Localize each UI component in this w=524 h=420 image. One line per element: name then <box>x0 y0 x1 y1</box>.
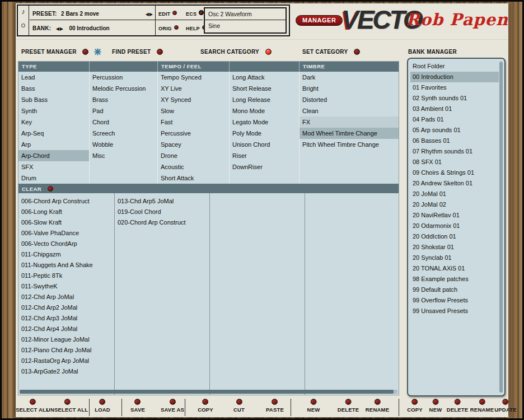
category-item[interactable]: Key <box>18 116 89 128</box>
category-item[interactable]: Chord <box>90 116 157 128</box>
bank-item[interactable]: 20 TONAL AXiS 01 <box>410 263 499 274</box>
category-item[interactable]: Bass <box>18 83 89 94</box>
preset-value[interactable]: 2 Bars 2 move <box>61 11 99 17</box>
ecs-led[interactable] <box>199 10 204 15</box>
find-preset-led[interactable] <box>157 49 163 55</box>
bank-item[interactable]: 07 Rhythm sounds 01 <box>410 146 499 157</box>
preset-item[interactable]: 006-Vecto ChordArp <box>18 239 114 249</box>
bank-item[interactable]: 20 Andrew Skelton 01 <box>410 178 499 189</box>
orig-led[interactable] <box>174 25 179 30</box>
bank-item[interactable]: 20 OddIction 01 <box>410 231 499 242</box>
bank-value[interactable]: 00 Introduction <box>69 25 109 31</box>
gear-icon[interactable] <box>94 48 101 55</box>
category-item[interactable]: Brass <box>90 94 157 105</box>
edit-cell[interactable]: EDIT <box>156 6 183 20</box>
toolbar-save-as-button[interactable]: SAVE AS <box>161 399 184 413</box>
category-item[interactable]: Long Release <box>230 94 299 105</box>
bank-item[interactable]: 20 NaviRetlav 01 <box>410 210 499 221</box>
toolbar-update-button[interactable]: UPDATE <box>494 399 517 413</box>
category-item[interactable]: Drone <box>158 150 229 161</box>
bank-item[interactable]: 00 Introduction <box>410 72 499 82</box>
preset-item[interactable]: 019-Cool Chord <box>115 207 209 217</box>
category-item[interactable]: FX <box>300 116 399 128</box>
bank-item[interactable]: 04 Pads 01 <box>410 114 499 125</box>
scrollbar-thumb[interactable] <box>20 390 394 394</box>
preset-item[interactable]: 011-Nuggets And A Shake <box>18 260 114 270</box>
category-item[interactable]: Slow <box>158 105 229 116</box>
preset-item[interactable]: 012-Chd Arp JoMal <box>18 292 114 302</box>
category-item[interactable]: Short Attack <box>158 172 229 184</box>
category-item[interactable]: Pad <box>90 105 157 116</box>
category-item[interactable]: Legato Mode <box>230 116 299 128</box>
bank-item[interactable]: 02 Synth sounds 01 <box>410 93 499 104</box>
preset-item[interactable]: 013-ArpGate2 JoMal <box>18 366 114 377</box>
category-item[interactable]: Tempo Synced <box>158 72 229 83</box>
category-item[interactable]: Poly Mode <box>230 128 299 139</box>
orig-cell[interactable]: ORIG <box>156 20 183 35</box>
category-item[interactable]: SFX <box>18 161 89 172</box>
horizontal-scrollbar[interactable] <box>20 390 397 394</box>
bank-item[interactable]: 03 Ambient 01 <box>410 104 499 114</box>
category-item[interactable]: DownRiser <box>230 161 299 172</box>
bank-item[interactable]: 01 Favorites <box>410 82 499 93</box>
bank-item[interactable]: 08 SFX 01 <box>410 157 499 167</box>
category-item[interactable]: Arp-Chord <box>18 150 89 161</box>
preset-item[interactable]: 012-Piano Chd Arp JoMal <box>18 345 114 356</box>
preset-item[interactable]: 006-Slow Kraft <box>18 217 114 228</box>
bank-item[interactable]: 05 Arp sounds 01 <box>410 125 499 136</box>
toolbar-rename-button[interactable]: RENAME <box>366 399 389 413</box>
category-item[interactable]: Percussion <box>90 72 157 83</box>
bank-item[interactable]: 06 Basses 01 <box>410 136 499 146</box>
next-bank-arrow[interactable]: ▶ <box>60 26 63 31</box>
category-item[interactable]: Sub Bass <box>18 94 89 105</box>
bank-item[interactable]: 20 Synclab 01 <box>410 253 499 263</box>
ecs-cell[interactable]: ECS <box>183 6 203 20</box>
category-item[interactable]: Bright <box>300 83 399 94</box>
preset-item[interactable]: 006-Chord Arp Construct <box>18 196 114 207</box>
toolbar-save-button[interactable]: SAVE <box>130 399 145 413</box>
bank-item[interactable]: 99 Overflow Presets <box>410 295 499 306</box>
scrollbar-thumb[interactable] <box>499 62 503 393</box>
bank-item[interactable]: 20 JoMal 02 <box>410 199 499 210</box>
category-item[interactable]: Melodic Percussion <box>90 83 157 94</box>
preset-item[interactable]: 011-Chipgazm <box>18 249 114 260</box>
prev-bank-arrow[interactable]: ◀ <box>56 26 59 31</box>
toolbar-delete-button[interactable]: DELETE <box>447 399 469 413</box>
toolbar-cut-button[interactable]: CUT <box>233 399 245 413</box>
toolbar-new-button[interactable]: NEW <box>429 399 442 413</box>
category-item[interactable]: Mod Wheel Timbre Change <box>300 128 399 139</box>
category-item[interactable]: Mono Mode <box>230 105 299 116</box>
preset-item[interactable]: 011-SwytheK <box>18 281 114 292</box>
category-item[interactable]: Drum <box>18 172 89 184</box>
next-preset-arrow[interactable]: ▶ <box>149 12 153 17</box>
category-item[interactable]: Long Attack <box>230 72 299 83</box>
vertical-scrollbar[interactable] <box>499 62 503 393</box>
category-item[interactable]: Spacey <box>158 139 229 150</box>
category-item[interactable]: Percussive <box>158 128 229 139</box>
help-cell[interactable]: HELP <box>183 20 203 35</box>
bank-item[interactable]: 98 Example patches <box>410 274 499 284</box>
category-item[interactable]: Distorted <box>300 94 399 105</box>
toolbar-paste-button[interactable]: PASTE <box>266 399 284 413</box>
toolbar-unselect-all-button[interactable]: UNSELECT ALL <box>46 399 88 413</box>
category-item[interactable]: Dark <box>300 72 399 83</box>
preset-item[interactable]: 012-Minor League JoMal <box>18 334 114 345</box>
toolbar-load-button[interactable]: LOAD <box>95 399 110 413</box>
edit-led[interactable] <box>172 11 177 15</box>
osc-display-line2[interactable]: Sine <box>205 20 286 32</box>
bank-item[interactable]: Root Folder <box>410 61 499 72</box>
preset-item[interactable]: 013-Chd Arp5 JoMal <box>115 196 209 207</box>
category-item[interactable]: Misc <box>90 150 157 161</box>
toolbar-rename-button[interactable]: RENAME <box>470 399 494 413</box>
category-item[interactable]: Arp <box>18 139 89 150</box>
prev-preset-arrow[interactable]: ◀ <box>146 12 149 17</box>
bank-item[interactable]: 20 Odarmonix 01 <box>410 221 499 231</box>
category-item[interactable]: Arp-Seq <box>18 128 89 139</box>
category-item[interactable]: Lead <box>18 72 89 83</box>
category-item[interactable]: Pitch Wheel Timbre Change <box>300 139 399 150</box>
manager-button[interactable]: MANAGER <box>296 15 343 26</box>
preset-manager-led[interactable] <box>82 49 88 55</box>
toolbar-copy-button[interactable]: COPY <box>198 399 213 413</box>
toolbar-delete-button[interactable]: DELETE <box>338 399 359 413</box>
preset-item[interactable]: 006-Valve PhaDance <box>18 228 114 239</box>
